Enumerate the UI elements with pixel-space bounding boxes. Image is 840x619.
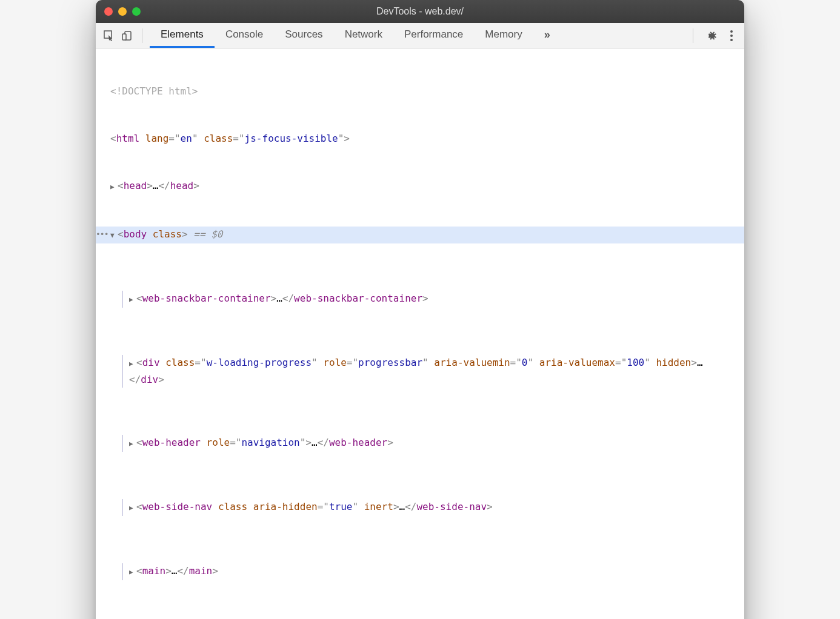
- dom-body-selected[interactable]: <body class> == $0: [96, 227, 744, 243]
- expand-arrow-icon[interactable]: [129, 563, 136, 580]
- device-toolbar-icon[interactable]: [120, 28, 135, 43]
- tab-label: Memory: [485, 28, 522, 41]
- titlebar: DevTools - web.dev/: [96, 0, 744, 23]
- expand-arrow-icon[interactable]: [110, 178, 118, 195]
- dom-doctype[interactable]: <!DOCTYPE html>: [96, 84, 744, 99]
- window-title: DevTools - web.dev/: [96, 6, 744, 17]
- toolbar-right: [689, 28, 738, 43]
- more-menu-icon[interactable]: [725, 29, 738, 42]
- dom-head[interactable]: <head>…</head>: [96, 178, 744, 195]
- close-window-button[interactable]: [104, 7, 113, 16]
- dom-html-open[interactable]: <html lang="en" class="js-focus-visible"…: [96, 131, 744, 147]
- tab-elements[interactable]: Elements: [150, 23, 215, 48]
- dom-node[interactable]: <web-header role="navigation">…</web-hea…: [122, 435, 744, 452]
- tab-performance[interactable]: Performance: [393, 23, 474, 48]
- expand-arrow-icon[interactable]: [129, 499, 136, 516]
- expand-arrow-icon[interactable]: [129, 291, 136, 308]
- traffic-lights: [104, 7, 141, 16]
- expand-arrow-icon[interactable]: [129, 435, 136, 452]
- maximize-window-button[interactable]: [132, 7, 141, 16]
- tab-memory[interactable]: Memory: [474, 23, 533, 48]
- svg-rect-2: [122, 34, 126, 40]
- tab-sources[interactable]: Sources: [274, 23, 333, 48]
- tabs-overflow-button[interactable]: »: [533, 23, 562, 48]
- dom-node[interactable]: <web-side-nav class aria-hidden="true" i…: [122, 499, 744, 516]
- dom-node[interactable]: <div class="w-loading-progress" role="pr…: [122, 355, 744, 388]
- settings-icon[interactable]: [704, 29, 718, 42]
- dom-tree[interactable]: <!DOCTYPE html> <html lang="en" class="j…: [96, 48, 744, 619]
- tab-label: Performance: [404, 28, 463, 41]
- tab-network[interactable]: Network: [334, 23, 393, 48]
- tab-console[interactable]: Console: [215, 23, 274, 48]
- expand-arrow-icon[interactable]: [129, 355, 136, 372]
- dom-node[interactable]: <web-snackbar-container>…</web-snackbar-…: [122, 291, 744, 308]
- toolbar-separator: [693, 28, 693, 43]
- toolbar: Elements Console Sources Network Perform…: [96, 23, 744, 48]
- toolbar-separator: [142, 28, 142, 43]
- tab-label: Sources: [285, 28, 322, 41]
- main-tabs: Elements Console Sources Network Perform…: [150, 23, 685, 48]
- tab-label: Elements: [161, 28, 204, 41]
- tab-label: Network: [345, 28, 382, 41]
- devtools-window: DevTools - web.dev/ Elements Console Sou…: [96, 0, 744, 619]
- inspect-element-icon[interactable]: [102, 28, 116, 43]
- tab-label: Console: [225, 28, 263, 41]
- minimize-window-button[interactable]: [118, 7, 127, 16]
- dom-node[interactable]: <main>…</main>: [122, 563, 744, 580]
- collapse-arrow-icon[interactable]: [110, 227, 118, 243]
